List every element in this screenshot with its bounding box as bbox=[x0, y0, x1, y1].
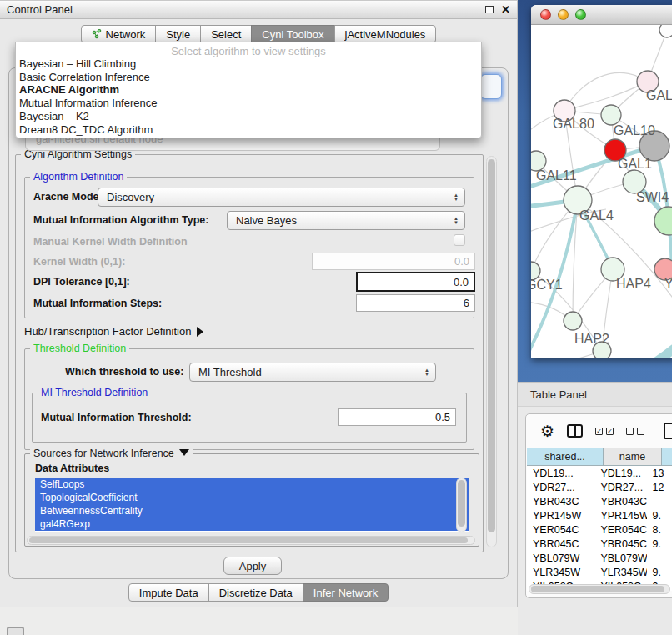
scrollbar-thumb[interactable] bbox=[488, 159, 495, 532]
columns-icon[interactable] bbox=[567, 424, 583, 438]
node-label-gal4: GAL4 bbox=[579, 208, 614, 222]
gear-icon[interactable]: ⚙ bbox=[540, 423, 554, 439]
table-cell: 9. bbox=[647, 567, 672, 578]
mi-threshold-definition-group: MI Threshold Definition Mutual Informati… bbox=[32, 392, 467, 442]
aracne-mode-combo[interactable]: Discovery ▲▼ bbox=[98, 188, 465, 207]
close-panel-icon[interactable]: ✕ bbox=[501, 4, 510, 15]
algorithm-option-bayesian-hill-climbing[interactable]: Bayesian – Hill Climbing bbox=[16, 58, 481, 71]
algorithm-dropdown-popup: Select algorithm to view settings Bayesi… bbox=[15, 42, 482, 138]
manual-kernel-width-label: Manual Kernel Width Definition bbox=[33, 236, 188, 248]
node-gal10[interactable] bbox=[601, 105, 621, 125]
attribute-item-betweennesscentrality[interactable]: BetweennessCentrality bbox=[35, 504, 469, 518]
network-canvas[interactable]: GALGAL80GAL10GAL1GAL11SWI4GAL4GCY1HAP4YH… bbox=[531, 25, 672, 358]
table-cell: YDL19... bbox=[594, 468, 646, 479]
unchecked-box-icon bbox=[637, 428, 644, 435]
scrollbar-thumb[interactable] bbox=[29, 538, 468, 543]
node-green[interactable] bbox=[654, 207, 672, 235]
table-cell: 9. bbox=[647, 538, 672, 550]
deselect-all-checkboxes-icon[interactable] bbox=[626, 428, 644, 435]
tab-label: jActiveMNodules bbox=[345, 28, 426, 41]
table-horizontal-scrollbar[interactable] bbox=[529, 584, 670, 594]
hub-tf-definition-toggle[interactable]: Hub/Transcription Factor Definition bbox=[24, 325, 203, 338]
scrollbar-thumb[interactable] bbox=[458, 480, 465, 527]
mi-threshold-definition-title: MI Threshold Definition bbox=[38, 387, 151, 398]
table-cell: YBR043C bbox=[527, 496, 594, 508]
apply-button[interactable]: Apply bbox=[223, 557, 282, 575]
attributes-vertical-scrollbar[interactable] bbox=[456, 478, 467, 532]
algorithm-option-mutual-information-inference[interactable]: Mutual Information Inference bbox=[16, 97, 481, 110]
combo-arrows-icon: ▲▼ bbox=[424, 363, 429, 381]
table-row[interactable]: YBR045CYBR045C9. bbox=[527, 537, 672, 551]
attribute-item-selfloops[interactable]: SelfLoops bbox=[35, 478, 469, 491]
column-header-shared[interactable]: shared... bbox=[527, 448, 604, 465]
mi-threshold-value: 0.5 bbox=[435, 411, 450, 423]
settings-vertical-scrollbar[interactable] bbox=[486, 156, 497, 548]
aracne-mode-value: Discovery bbox=[107, 191, 154, 203]
close-window-icon[interactable] bbox=[540, 9, 551, 20]
minimize-window-icon[interactable] bbox=[558, 9, 569, 20]
table-row[interactable]: YLR345WYLR345W9. bbox=[527, 565, 672, 579]
tab-jactivemnodules[interactable]: jActiveMNodules bbox=[334, 25, 437, 43]
tab-cyni-toolbox[interactable]: Cyni Toolbox bbox=[251, 25, 334, 43]
algorithm-dropdown-placeholder: Select algorithm to view settings bbox=[16, 45, 481, 58]
node-label-gal: GAL bbox=[646, 88, 672, 102]
node-hap2[interactable] bbox=[564, 312, 582, 330]
dpi-tolerance-input[interactable]: 0.0 bbox=[356, 272, 475, 292]
attribute-item-gal4rgexp[interactable]: gal4RGexp bbox=[35, 518, 469, 531]
data-attributes-list[interactable]: SelfLoopsTopologicalCoefficientBetweenne… bbox=[35, 478, 469, 532]
tab-select[interactable]: Select bbox=[200, 25, 252, 43]
sources-title: Sources for Network Inference bbox=[30, 448, 193, 459]
cytopanel-dock-icon[interactable] bbox=[7, 627, 24, 635]
tab-network[interactable]: Network bbox=[81, 25, 157, 43]
table-cell: 13 bbox=[647, 468, 672, 479]
select-all-checkboxes-icon[interactable]: ✓ ✓ bbox=[595, 428, 614, 435]
manual-kernel-width-checkbox[interactable] bbox=[454, 234, 465, 246]
checked-box-icon: ✓ bbox=[595, 428, 603, 435]
which-threshold-combo[interactable]: MI Threshold ▲▼ bbox=[189, 362, 436, 382]
mi-algorithm-type-value: Naive Bayes bbox=[236, 214, 297, 227]
export-table-icon[interactable] bbox=[664, 422, 672, 439]
mi-algorithm-type-combo[interactable]: Naive Bayes ▲▼ bbox=[227, 211, 465, 230]
table-row[interactable]: YDR27...YDR27...12 bbox=[527, 480, 672, 494]
algorithm-option-basic-correlation-inference[interactable]: Basic Correlation Inference bbox=[16, 71, 481, 84]
node-label-gcy1: GCY1 bbox=[531, 278, 563, 292]
dpi-tolerance-label: DPI Tolerance [0,1]: bbox=[33, 276, 130, 288]
table-card: ⚙ ✓ ✓ shared...nameA YDL19...YDL19...13Y… bbox=[525, 413, 672, 598]
kernel-width-value: 0.0 bbox=[454, 255, 469, 268]
mi-algorithm-type-label: Mutual Information Algorithm Type: bbox=[33, 214, 208, 226]
tab-discretize-data[interactable]: Discretize Data bbox=[208, 583, 303, 602]
control-panel-title: Control Panel bbox=[7, 3, 73, 16]
algorithm-option-aracne-algorithm[interactable]: ARACNE Algorithm bbox=[16, 83, 481, 97]
mi-threshold-input[interactable]: 0.5 bbox=[338, 408, 456, 426]
table-row[interactable]: YDL19...YDL19...13 bbox=[527, 466, 672, 480]
table-header-row: shared...nameA bbox=[527, 448, 672, 466]
table-cell: YLR345W bbox=[594, 567, 646, 578]
node-top-cut[interactable] bbox=[659, 25, 672, 38]
tab-style[interactable]: Style bbox=[155, 25, 201, 43]
threshold-definition-title: Threshold Definition bbox=[30, 342, 129, 354]
attribute-item-topologicalcoefficient[interactable]: TopologicalCoefficient bbox=[35, 491, 469, 504]
mi-threshold-label: Mutual Information Threshold: bbox=[41, 412, 192, 423]
attributes-horizontal-scrollbar[interactable] bbox=[27, 536, 475, 545]
column-header-name[interactable]: name bbox=[604, 448, 662, 465]
algorithm-option-bayesian-k2[interactable]: Bayesian – K2 bbox=[16, 110, 481, 123]
zoom-window-icon[interactable] bbox=[575, 9, 586, 20]
table-row[interactable]: YBR043CYBR043C bbox=[527, 494, 672, 508]
float-panel-icon[interactable] bbox=[485, 6, 494, 13]
algorithm-option-dream8-dc-tdc-algorithm[interactable]: Dream8 DC_TDC Algorithm bbox=[16, 123, 481, 137]
scrollbar-thumb[interactable] bbox=[531, 586, 664, 592]
column-header-a[interactable]: A bbox=[662, 448, 672, 465]
mi-steps-label: Mutual Information Steps: bbox=[33, 298, 162, 309]
table-cell: 9. bbox=[647, 510, 672, 522]
node-label-swi4: SWI4 bbox=[636, 190, 669, 204]
inference-algorithm-combo-fragment[interactable] bbox=[480, 74, 502, 99]
table-row[interactable]: YPR145WYPR145W9. bbox=[527, 508, 672, 522]
table-row[interactable]: YBL079WYBL079W bbox=[527, 551, 672, 565]
mi-steps-input[interactable]: 6 bbox=[356, 294, 475, 312]
table-cell: YBR045C bbox=[594, 538, 646, 550]
node-label-gal80: GAL80 bbox=[553, 117, 594, 131]
tab-impute-data[interactable]: Impute Data bbox=[128, 583, 209, 602]
kernel-width-input[interactable]: 0.0 bbox=[312, 252, 475, 270]
tab-infer-network[interactable]: Infer Network bbox=[303, 583, 389, 602]
table-row[interactable]: YER054CYER054C8. bbox=[527, 522, 672, 537]
